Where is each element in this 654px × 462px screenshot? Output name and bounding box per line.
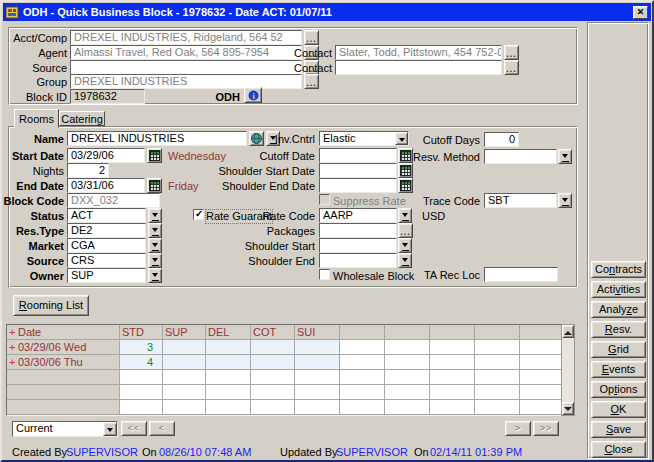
grid-cell[interactable] bbox=[430, 340, 475, 355]
res-type-field[interactable]: DE2 bbox=[67, 223, 146, 238]
grid-cell[interactable] bbox=[385, 340, 430, 355]
grid-cell[interactable] bbox=[206, 355, 251, 370]
rate-code-field[interactable]: AARP bbox=[319, 208, 397, 223]
grid-cell[interactable] bbox=[251, 400, 295, 415]
grid-cell[interactable] bbox=[163, 385, 206, 400]
acct-comp-field[interactable]: DREXEL INDUSTRIES, Ridgeland, 564 52 bbox=[70, 30, 302, 45]
source-lov-button[interactable] bbox=[148, 253, 162, 268]
grid-cell[interactable]: 3 bbox=[120, 340, 163, 355]
side-button-activities[interactable]: Activities bbox=[591, 281, 646, 298]
market-field[interactable]: CGA bbox=[67, 238, 146, 253]
source-field[interactable] bbox=[70, 60, 302, 75]
side-button-grid[interactable]: Grid bbox=[591, 341, 646, 358]
owner-lov-button[interactable] bbox=[148, 268, 162, 283]
grid-cell[interactable] bbox=[385, 400, 430, 415]
side-button-ok[interactable]: OK bbox=[591, 401, 646, 418]
resv-method-lov-button[interactable] bbox=[558, 149, 572, 164]
side-button-save[interactable]: Save bbox=[591, 421, 646, 438]
shoulder-end-date-field[interactable] bbox=[319, 178, 397, 193]
grid-cell[interactable] bbox=[251, 370, 295, 385]
grid-cell[interactable] bbox=[120, 370, 163, 385]
grid-cell[interactable] bbox=[295, 340, 340, 355]
grid-cell[interactable] bbox=[295, 385, 340, 400]
grid-vertical-scrollbar[interactable] bbox=[561, 324, 575, 416]
packages-ellipsis-button[interactable]: ... bbox=[398, 223, 413, 238]
shoulder-end-date-calendar-button[interactable] bbox=[398, 178, 413, 193]
grid-cell[interactable] bbox=[7, 400, 120, 415]
scroll-up-icon[interactable] bbox=[562, 325, 574, 338]
pager-next-button[interactable]: > bbox=[505, 421, 531, 436]
grid-cell[interactable] bbox=[340, 370, 385, 385]
acct-comp-ellipsis-button[interactable]: ... bbox=[304, 30, 319, 45]
grid-cell[interactable] bbox=[520, 355, 562, 370]
grid-cell[interactable] bbox=[163, 355, 206, 370]
grid-cell[interactable] bbox=[206, 385, 251, 400]
grid-cell[interactable] bbox=[475, 340, 520, 355]
grid-cell[interactable] bbox=[295, 355, 340, 370]
grid-cell[interactable] bbox=[475, 385, 520, 400]
rate-code-lov-button[interactable] bbox=[398, 208, 412, 223]
grid-cell[interactable] bbox=[475, 355, 520, 370]
grid-cell[interactable] bbox=[385, 385, 430, 400]
grid-cell[interactable] bbox=[340, 340, 385, 355]
grid-cell[interactable] bbox=[163, 400, 206, 415]
close-icon[interactable]: ✕ bbox=[633, 6, 648, 19]
grid-cell[interactable] bbox=[120, 400, 163, 415]
side-button-analyze[interactable]: Analyze bbox=[591, 301, 646, 318]
source-rooms-field[interactable]: CRS bbox=[67, 253, 146, 268]
nights-field[interactable]: 2 bbox=[67, 163, 109, 178]
grid-cell[interactable] bbox=[206, 400, 251, 415]
packages-field[interactable] bbox=[319, 223, 397, 238]
resv-method-field[interactable] bbox=[484, 149, 557, 164]
grid-cell[interactable] bbox=[163, 340, 206, 355]
grid-cell[interactable] bbox=[295, 400, 340, 415]
grid-cell[interactable] bbox=[251, 355, 295, 370]
market-lov-button[interactable] bbox=[148, 238, 162, 253]
grid-cell[interactable] bbox=[475, 370, 520, 385]
res-type-lov-button[interactable] bbox=[148, 223, 162, 238]
grid-cell[interactable] bbox=[430, 355, 475, 370]
grid-cell[interactable] bbox=[385, 370, 430, 385]
block-code-field[interactable]: DXX_032 bbox=[67, 193, 160, 208]
shoulder-start-date-field[interactable] bbox=[319, 163, 397, 178]
trace-code-field[interactable]: SBT bbox=[484, 193, 557, 208]
wholesale-block-checkbox[interactable] bbox=[319, 269, 330, 280]
grid-cell[interactable] bbox=[251, 340, 295, 355]
rooming-list-button[interactable]: Rooming List bbox=[13, 295, 89, 316]
grid-cell[interactable] bbox=[520, 370, 562, 385]
status-lov-button[interactable] bbox=[148, 208, 162, 223]
grid-cell[interactable] bbox=[295, 370, 340, 385]
shoulder-end-field[interactable] bbox=[319, 253, 397, 268]
shoulder-end-lov-button[interactable] bbox=[398, 253, 412, 268]
rate-guarant-checkbox[interactable] bbox=[193, 209, 204, 220]
scroll-down-icon[interactable] bbox=[562, 402, 574, 415]
owner-field[interactable]: SUP bbox=[67, 268, 146, 283]
grid-cell[interactable] bbox=[430, 385, 475, 400]
grid-cell[interactable] bbox=[206, 340, 251, 355]
grid-cell[interactable] bbox=[163, 370, 206, 385]
grid-cell[interactable] bbox=[475, 400, 520, 415]
grid-view-dropdown-button[interactable] bbox=[103, 422, 117, 436]
grid-cell[interactable] bbox=[385, 355, 430, 370]
shoulder-start-field[interactable] bbox=[319, 238, 397, 253]
grid-cell[interactable]: +03/29/06 Wed bbox=[7, 340, 120, 355]
tab-catering[interactable]: Catering bbox=[59, 111, 105, 126]
contact1-ellipsis-button[interactable]: ... bbox=[504, 45, 519, 60]
grid-cell[interactable] bbox=[251, 385, 295, 400]
grid-cell[interactable] bbox=[206, 370, 251, 385]
expand-icon[interactable]: + bbox=[9, 355, 18, 369]
grid-cell[interactable] bbox=[520, 340, 562, 355]
grid-cell[interactable] bbox=[340, 400, 385, 415]
end-date-field[interactable]: 03/31/06 bbox=[67, 178, 145, 193]
grid-cell[interactable] bbox=[430, 370, 475, 385]
expand-icon[interactable]: + bbox=[9, 340, 18, 354]
pager-first-button[interactable]: << bbox=[121, 421, 147, 436]
odh-info-button[interactable]: i bbox=[244, 87, 262, 103]
grid-cell[interactable] bbox=[7, 385, 120, 400]
ta-rec-loc-field[interactable] bbox=[484, 267, 558, 282]
start-date-field[interactable]: 03/29/06 bbox=[67, 148, 145, 163]
tab-rooms[interactable]: Rooms bbox=[14, 109, 59, 128]
shoulder-start-date-calendar-button[interactable] bbox=[398, 163, 413, 178]
suppress-rate-checkbox[interactable] bbox=[319, 194, 330, 205]
grid-cell[interactable] bbox=[520, 400, 562, 415]
